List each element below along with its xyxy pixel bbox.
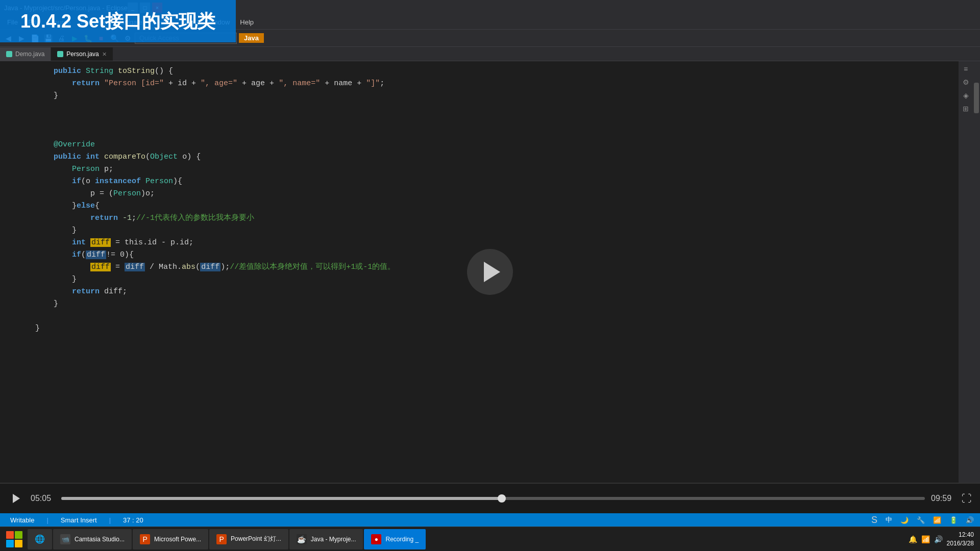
video-progress-fill [61,497,502,500]
fullscreen-button[interactable]: ⛶ [962,493,972,505]
taskbar-eclipse[interactable]: ☕ Java - Myproje... [289,529,363,549]
tab-close-button[interactable]: ✕ [102,51,107,58]
camtasia-icon: 📹 [60,534,70,544]
video-progress-handle[interactable] [498,494,506,503]
progress-row: 05:05 09:59 ⛶ [8,490,972,507]
video-total-time: 09:59 [931,494,955,503]
play-triangle-icon [484,262,500,282]
vertical-scrollbar[interactable] [973,61,980,483]
clock-date: 2016/3/28 [947,539,974,548]
play-icon [13,494,20,503]
tab-person-label: Person.java [66,51,99,58]
java-file-icon-2 [57,51,63,57]
taskbar-ppt2[interactable]: P PowerPoint 幻灯... [209,529,288,549]
taskbar-eclipse-label: Java - Myproje... [311,536,356,543]
video-progress-bar[interactable] [61,497,925,500]
taskbar-ppt1-label: Microsoft Powe... [154,536,201,543]
ppt-icon-2: P [216,534,227,544]
status-icon-1: S [871,515,877,525]
tab-demo-java[interactable]: Demo.java [0,47,51,61]
taskbar-ppt2-label: PowerPoint 幻灯... [231,535,281,543]
tab-bar: Demo.java Person.java ✕ [0,47,980,61]
network-icon[interactable]: 📶 [921,535,930,543]
code-content: public String toString() { return "Perso… [0,61,959,339]
status-icon-4: 📶 [933,516,941,524]
status-sep-2: | [109,516,111,524]
code-editor[interactable]: public String toString() { return "Perso… [0,61,959,483]
video-current-time: 05:05 [31,494,55,503]
clock-time: 12:40 [947,531,974,539]
java-perspective-badge: Java [239,33,264,43]
volume-icon[interactable]: 🔊 [934,535,943,543]
status-icon-6: 🔊 [966,516,974,524]
main-layout: File Edit Source Refactor Navigate Searc… [0,15,980,551]
status-icon-3: 🔧 [917,516,925,524]
notification-icon[interactable]: 🔔 [909,535,917,543]
windows-taskbar: 🌐 📹 Camtasia Studio... P Microsoft Powe.… [0,527,980,551]
taskbar-camtasia[interactable]: 📹 Camtasia Studio... [53,529,132,549]
system-clock: 12:40 2016/3/28 [947,531,974,548]
ppt-icon-1: P [140,534,150,544]
taskbar-recording-label: Recording _ [385,536,419,543]
taskbar-right: 🔔 📶 🔊 12:40 2016/3/28 [909,531,978,548]
windows-logo-icon [6,531,22,547]
status-sep-1: | [46,516,48,524]
sidebar-icon-3[interactable]: ◈ [960,90,971,101]
taskbar-recording[interactable]: ● Recording _ [364,529,426,549]
start-button[interactable] [2,529,27,549]
recording-icon: ● [371,534,381,544]
video-controls: 05:05 09:59 ⛶ [0,483,980,513]
video-play-button[interactable] [8,490,24,507]
right-sidebar-icons: ≡ ⚙ ◈ ⊞ [959,61,973,483]
taskbar-ppt1[interactable]: P Microsoft Powe... [133,529,208,549]
sidebar-icon-4[interactable]: ⊞ [960,103,971,114]
taskbar-chrome[interactable]: 🌐 [28,529,52,549]
status-bar: Writable | Smart Insert | 37 : 20 S 中 🌙 … [0,513,980,527]
java-file-icon [6,51,12,57]
chrome-icon: 🌐 [35,534,45,544]
menu-help[interactable]: Help [235,16,259,28]
tab-demo-label: Demo.java [15,51,44,58]
sidebar-icon-2[interactable]: ⚙ [960,77,971,88]
play-overlay-button[interactable] [467,249,513,295]
status-position: 37 : 20 [119,516,148,524]
eclipse-icon: ☕ [297,534,307,544]
scroll-thumb[interactable] [974,83,979,113]
editor-wrapper: public String toString() { return "Perso… [0,61,980,483]
status-icon-5: 🔋 [949,516,958,524]
sidebar-icon-1[interactable]: ≡ [960,63,971,74]
overlay-title: 10.4.2 Set接口的实现类 [0,0,236,42]
taskbar-camtasia-label: Camtasia Studio... [75,536,125,543]
status-lang: 中 [886,515,892,524]
status-icon-2: 🌙 [900,516,909,524]
tab-person-java[interactable]: Person.java ✕ [51,47,113,61]
status-smart-insert: Smart Insert [57,516,101,524]
status-writable: Writable [6,516,38,524]
